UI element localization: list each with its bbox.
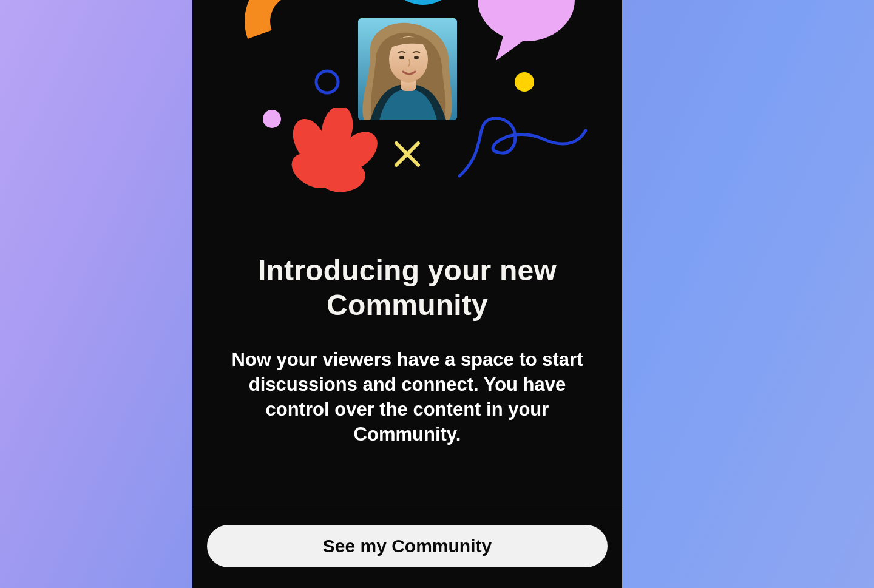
spacer <box>192 447 622 509</box>
community-intro-modal: Introducing your new Community Now your … <box>192 0 622 588</box>
see-my-community-button[interactable]: See my Community <box>207 525 608 567</box>
modal-headline: Introducing your new Community <box>228 254 587 322</box>
svg-point-0 <box>390 0 456 5</box>
avatar-photo <box>358 18 457 120</box>
svg-point-1 <box>478 0 575 41</box>
arc-icon <box>245 0 348 73</box>
squiggle-icon <box>453 106 587 185</box>
svg-point-17 <box>414 56 419 59</box>
speech-bubble-icon <box>472 0 581 67</box>
dot-icon <box>514 72 535 92</box>
hero-illustration <box>192 0 622 218</box>
svg-point-2 <box>316 71 338 93</box>
cross-icon <box>393 140 422 169</box>
svg-point-3 <box>263 110 281 128</box>
modal-footer: See my Community <box>192 509 622 588</box>
ring-icon <box>314 69 340 95</box>
modal-subhead: Now your viewers have a space to start d… <box>222 348 593 447</box>
svg-point-16 <box>399 56 404 59</box>
blob-icon <box>387 0 459 12</box>
dot-icon <box>262 109 282 129</box>
svg-point-4 <box>515 72 534 92</box>
flower-icon <box>286 108 378 199</box>
